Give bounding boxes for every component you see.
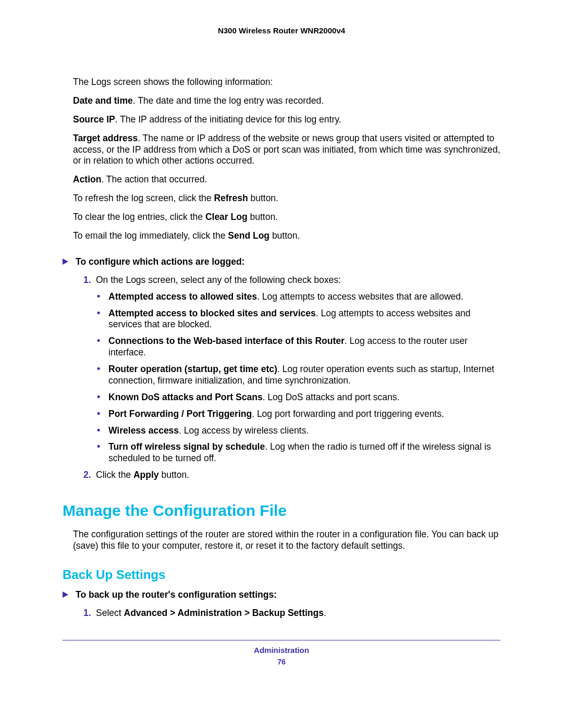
task-heading-text: To back up the router's configuration se… bbox=[76, 589, 277, 600]
task-heading: To back up the router's configuration se… bbox=[63, 589, 500, 600]
list-item: • Known DoS attacks and Port Scans. Log … bbox=[97, 392, 500, 403]
bullet-bold: Router operation (startup, get time etc) bbox=[108, 364, 277, 374]
list-item: • Router operation (startup, get time et… bbox=[97, 364, 500, 387]
bullet-bold: Known DoS attacks and Port Scans bbox=[108, 392, 263, 402]
task-heading: To configure which actions are logged: bbox=[63, 256, 500, 267]
nav-path: Advanced > Administration > Backup Setti… bbox=[124, 608, 324, 618]
bullet-icon: • bbox=[97, 291, 108, 302]
bullet-icon: • bbox=[97, 392, 108, 402]
text: button. bbox=[270, 230, 300, 241]
bullet-bold: Connections to the Web-based interface o… bbox=[108, 336, 345, 346]
subsection-heading: Back Up Settings bbox=[63, 567, 500, 582]
bullet-icon: • bbox=[97, 425, 108, 436]
bullet-icon: • bbox=[97, 336, 108, 346]
def-source-ip: Source IP. The IP address of the initiat… bbox=[73, 114, 500, 126]
bullet-bold: Wireless access bbox=[108, 425, 179, 436]
def-target-address: Target address. The name or IP address o… bbox=[73, 133, 500, 167]
button-name: Send Log bbox=[228, 230, 270, 241]
text: button. bbox=[248, 212, 278, 222]
step-1: 1. Select Advanced > Administration > Ba… bbox=[83, 608, 500, 619]
arrow-icon bbox=[63, 258, 68, 265]
step-number: 2. bbox=[83, 470, 96, 481]
button-name: Apply bbox=[133, 470, 159, 480]
def-date-time: Date and time. The date and time the log… bbox=[73, 95, 500, 107]
clear-line: To clear the log entries, click the Clea… bbox=[73, 212, 500, 223]
step-number: 1. bbox=[83, 275, 96, 286]
bullet-bold: Attempted access to blocked sites and se… bbox=[108, 308, 316, 318]
list-item: • Connections to the Web-based interface… bbox=[97, 336, 500, 359]
page-footer: Administration 76 bbox=[63, 640, 500, 666]
bullet-bold: Port Forwarding / Port Triggering bbox=[108, 409, 252, 419]
bullet-icon: • bbox=[97, 409, 108, 419]
button-name: Clear Log bbox=[205, 212, 248, 222]
body-column: The Logs screen shows the following info… bbox=[73, 77, 500, 619]
list-item: • Wireless access. Log access by wireles… bbox=[97, 425, 500, 437]
document-page: N300 Wireless Router WNR2000v4 The Logs … bbox=[0, 0, 563, 728]
def-text: . The action that occurred. bbox=[101, 174, 207, 184]
footer-page-number: 76 bbox=[63, 658, 500, 666]
send-line: To email the log immediately, click the … bbox=[73, 230, 500, 242]
list-item: • Attempted access to allowed sites. Log… bbox=[97, 291, 500, 303]
text: Click the bbox=[96, 470, 133, 480]
text: To email the log immediately, click the bbox=[73, 230, 228, 241]
document-header: N300 Wireless Router WNR2000v4 bbox=[63, 26, 500, 35]
def-text: . The date and time the log entry was re… bbox=[133, 95, 324, 106]
bullet-text: . Log DoS attacks and port scans. bbox=[263, 392, 400, 402]
bullet-bold: Attempted access to allowed sites bbox=[108, 291, 257, 302]
section-heading: Manage the Configuration File bbox=[63, 502, 500, 520]
text: Select bbox=[96, 608, 124, 618]
step-text: On the Logs screen, select any of the fo… bbox=[96, 275, 500, 286]
task-heading-text: To configure which actions are logged: bbox=[76, 256, 244, 267]
bullet-bold: Turn off wireless signal by schedule bbox=[108, 441, 265, 452]
bullet-text: . Log port forwarding and port triggerin… bbox=[252, 409, 444, 419]
def-label: Date and time bbox=[73, 95, 133, 106]
bullet-list: • Attempted access to allowed sites. Log… bbox=[83, 291, 500, 465]
step-2: 2. Click the Apply button. bbox=[83, 470, 500, 481]
def-action: Action. The action that occurred. bbox=[73, 174, 500, 186]
step-number: 1. bbox=[83, 608, 96, 619]
text: . bbox=[324, 608, 326, 618]
step-1: 1. On the Logs screen, select any of the… bbox=[83, 275, 500, 286]
section-para: The configuration settings of the router… bbox=[73, 529, 500, 552]
text: button. bbox=[248, 193, 278, 203]
bullet-icon: • bbox=[97, 441, 108, 452]
text: To refresh the log screen, click the bbox=[73, 193, 214, 203]
button-name: Refresh bbox=[214, 193, 248, 203]
arrow-icon bbox=[63, 591, 68, 598]
list-item: • Port Forwarding / Port Triggering. Log… bbox=[97, 409, 500, 420]
list-item: • Turn off wireless signal by schedule. … bbox=[97, 441, 500, 464]
def-label: Action bbox=[73, 174, 101, 184]
def-label: Target address bbox=[73, 133, 138, 143]
intro-text: The Logs screen shows the following info… bbox=[73, 77, 500, 88]
def-label: Source IP bbox=[73, 114, 115, 125]
def-text: . The IP address of the initiating devic… bbox=[115, 114, 341, 125]
bullet-icon: • bbox=[97, 308, 108, 318]
list-item: • Attempted access to blocked sites and … bbox=[97, 308, 500, 331]
text: button. bbox=[159, 470, 189, 480]
refresh-line: To refresh the log screen, click the Ref… bbox=[73, 193, 500, 204]
bullet-text: . Log access by wireless clients. bbox=[179, 425, 309, 436]
footer-section: Administration bbox=[63, 646, 500, 655]
bullet-icon: • bbox=[97, 364, 108, 374]
text: To clear the log entries, click the bbox=[73, 212, 205, 222]
bullet-text: . Log attempts to access websites that a… bbox=[257, 291, 463, 302]
